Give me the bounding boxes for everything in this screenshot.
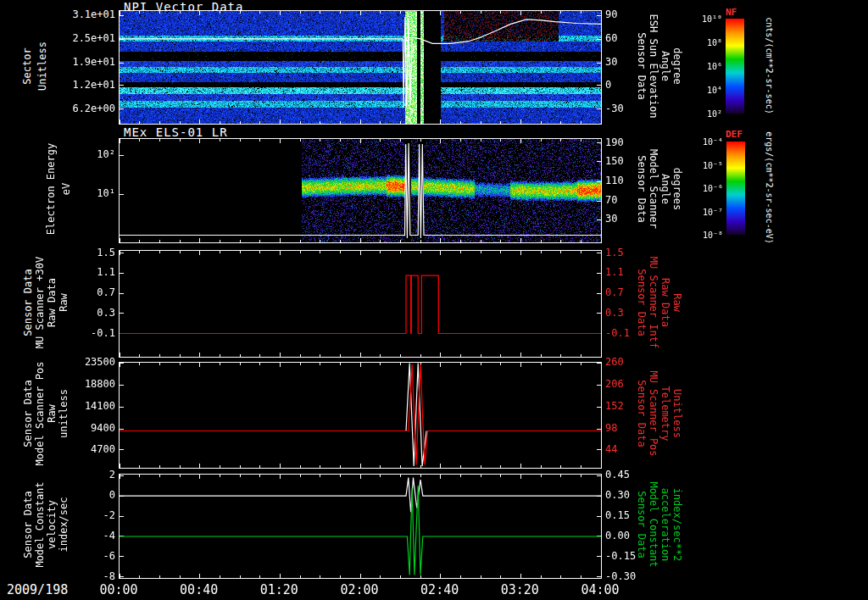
model-constant-plot-overlay (120, 475, 601, 578)
colorbar-tick-label: 10⁴ (687, 86, 722, 95)
y-tick-label: 1.2e+01 (49, 79, 115, 91)
y-tick-label: 2.5e+01 (49, 32, 115, 44)
colorbar-tick-label: 10⁻⁴ (687, 137, 723, 147)
x-tick-label: 01:20 (252, 582, 306, 597)
colorbar-tick-label: 10⁻⁸ (687, 231, 723, 240)
y-axis-label: Sector (21, 0, 33, 151)
npi-series-0 (120, 17, 601, 108)
y-tick-label: 10² (49, 148, 115, 160)
y-tick-label: 6.2e+00 (49, 103, 115, 114)
colorbar-def-unit: ergs/(cm**2-sr-sec-eV) (765, 112, 774, 264)
x-tick-label: 02:00 (332, 582, 387, 597)
colorbar-tick-label: 10⁸ (687, 38, 722, 47)
model-scanner-pos-series-1 (120, 364, 601, 465)
model-constant-series-0 (120, 478, 601, 513)
model-constant-series-1 (120, 486, 601, 575)
x-tick-label: 00:00 (92, 582, 146, 597)
x-tick-label: 02:40 (413, 582, 467, 597)
y-tick-label: 1.9e+01 (49, 56, 115, 68)
panel-title-els: MEx ELS-01 LR (124, 125, 228, 139)
els-series-0 (120, 143, 601, 238)
colorbar-tick-label: 10⁻⁶ (687, 184, 723, 193)
colorbar-nf (726, 19, 744, 114)
colorbar-def-name: DEF (726, 129, 743, 140)
x-tick-label: 00:40 (172, 582, 226, 597)
model-constant-panel (119, 474, 602, 579)
y-axis-label-right: Sensor Data (636, 440, 648, 600)
model-scanner-pos-plot-overlay (120, 363, 601, 468)
colorbar-tick-label: 10¹⁰ (687, 14, 722, 24)
y-tick-label: 3.1e+01 (49, 8, 115, 20)
colorbar-tick-label: 10⁻⁵ (687, 161, 723, 170)
npi-panel (119, 10, 602, 125)
y-axis-label-right: index/sec**2 (671, 440, 683, 600)
model-scanner-pos-panel (119, 362, 602, 469)
colorbar-tick-label: 10⁶ (687, 62, 722, 71)
y-axis-label: velocity (46, 440, 58, 600)
colorbar-tick-label: 10⁻⁷ (687, 208, 723, 217)
y-axis-label: Sensor Data (22, 440, 34, 600)
els-panel (119, 138, 602, 243)
npi-plot-overlay (120, 11, 601, 124)
colorbar-nf-name: NF (726, 7, 737, 18)
y-axis-label-right: Model Constant (648, 440, 659, 600)
colorbar-tick-label: 10² (687, 109, 722, 119)
x-tick-label: 03:20 (492, 582, 547, 597)
mu-scanner-30v-plot-overlay (120, 251, 601, 357)
y-tick-label: 10¹ (49, 187, 115, 199)
y-axis-label: Model Constant (34, 440, 46, 600)
plot-stage: NPI Vector Data MEx ELS-01 LR 2009/198 N… (0, 0, 868, 600)
mu-scanner-30v-series-0 (120, 275, 601, 333)
x-tick-label: 04:00 (573, 582, 627, 597)
mu-scanner-30v-panel (119, 250, 602, 358)
els-plot-overlay (120, 139, 601, 242)
y-axis-label-right: acceleration (659, 440, 671, 600)
colorbar-def (726, 142, 745, 235)
y-axis-label: index/sec (58, 440, 70, 600)
